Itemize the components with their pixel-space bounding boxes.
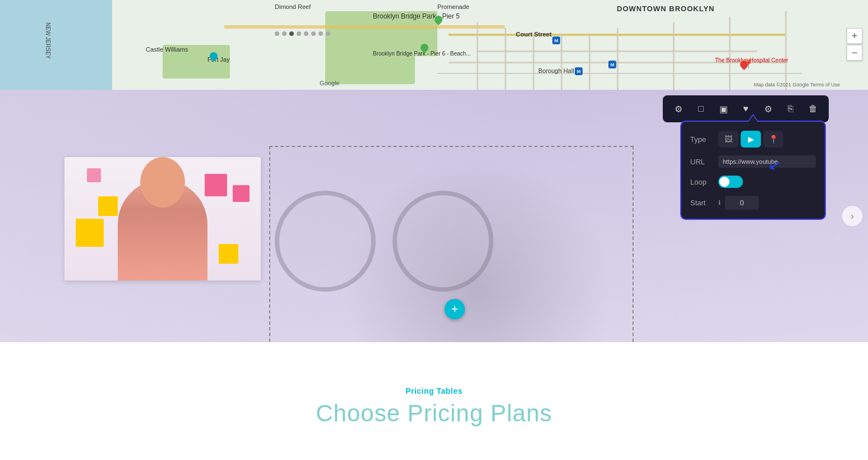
map-dot-5: [304, 31, 308, 36]
url-label: URL: [690, 158, 718, 166]
photo-card-image: [64, 157, 261, 280]
popup-url-row: URL: [690, 155, 816, 168]
map-label-court: Court Street: [516, 31, 552, 38]
toolbar: ⚙ □ ▣ ♥ ⚙ ⎘ 🗑: [663, 95, 829, 122]
sticky-note-3: [98, 196, 118, 216]
map-label-bbp6: Brooklyn Bridge Park - Pier 6 - Beach...: [373, 50, 471, 57]
pricing-section-label: Pricing Tables: [405, 387, 463, 395]
map-road-h1: [224, 25, 505, 29]
map-dot-8: [326, 31, 330, 36]
map-water: [0, 0, 112, 90]
next-slide-button[interactable]: ›: [842, 206, 862, 226]
add-content-button[interactable]: +: [445, 299, 465, 319]
map-metro-m1: M: [552, 36, 560, 44]
toolbar-config-icon[interactable]: ⚙: [758, 99, 778, 119]
map-road-v4: [561, 34, 562, 90]
map-road-v3: [533, 34, 534, 90]
sticky-note-1: [205, 174, 227, 196]
map-zoom-out-button[interactable]: −: [847, 45, 862, 61]
start-label: Start: [690, 199, 718, 207]
pricing-title: Choose Pricing Plans: [316, 400, 552, 427]
map-label-bbp5: Brooklyn Bridge Park - Pier 5: [373, 12, 460, 20]
map-carousel-dots: [275, 31, 330, 36]
start-info-icon: ℹ: [718, 199, 721, 206]
toolbar-copy-icon[interactable]: ⎘: [781, 99, 801, 119]
sticky-note-4: [233, 185, 250, 202]
map-dot-6: [311, 31, 316, 36]
sticky-note-5: [87, 168, 101, 182]
toolbar-layout-icon[interactable]: □: [691, 99, 711, 119]
map-road-v8: [729, 17, 731, 90]
map-label-castle: Castle Williams: [146, 46, 188, 53]
map-road-v5: [589, 34, 590, 90]
map-road-v7: [673, 22, 675, 90]
loop-label: Loop: [690, 178, 718, 186]
map-dot-7: [318, 31, 323, 36]
map-label-promenade: Promenade: [437, 3, 469, 10]
loop-toggle[interactable]: [718, 176, 743, 188]
glasses-right: [393, 191, 493, 292]
popup-arrow-inner: [748, 116, 758, 122]
type-video-button[interactable]: ▶: [741, 131, 761, 148]
type-label: Type: [690, 135, 718, 144]
person-body: [118, 180, 207, 280]
map-dot-3: [289, 31, 294, 36]
map-road-v6: [617, 28, 618, 90]
map-label-downtown: DOWNTOWN BROOKLYN: [617, 4, 714, 13]
start-input[interactable]: [725, 196, 759, 210]
type-image-button[interactable]: 🖼: [718, 131, 738, 148]
photo-card: [64, 157, 261, 280]
map-zoom-controls: + −: [847, 28, 862, 61]
toggle-track: [718, 176, 743, 188]
sticky-note-2: [76, 219, 104, 247]
map-metro-m3: M: [608, 61, 616, 68]
person-head: [140, 157, 185, 208]
map-metro-m2: M: [575, 67, 583, 75]
popup-type-row: Type 🖼 ▶ 📍: [690, 131, 816, 148]
toggle-knob: [719, 177, 730, 187]
toolbar-grid-icon[interactable]: ▣: [713, 99, 733, 119]
google-logo: Google: [320, 80, 339, 86]
type-buttons: 🖼 ▶ 📍: [718, 131, 816, 148]
bottom-section: Pricing Tables Choose Pricing Plans: [0, 342, 868, 460]
map-road-v9: [785, 11, 787, 90]
toolbar-delete-icon[interactable]: 🗑: [803, 99, 823, 119]
map-pin-hospital-icon: 📍: [743, 59, 754, 70]
blue-arrow-indicator: ↙: [767, 154, 782, 174]
map-dot-2: [282, 31, 287, 36]
toolbar-settings-icon[interactable]: ⚙: [668, 99, 689, 119]
popup-start-row: Start ℹ: [690, 196, 816, 210]
map-section: NEW JERSEY Castle Williams Brooklyn Brid…: [0, 0, 868, 90]
map-label-borough-hall: Borough Hall: [538, 67, 574, 74]
media-popup-panel: ↙ Type 🖼 ▶ 📍 URL Loop Start: [680, 121, 826, 220]
map-dot-4: [297, 31, 301, 36]
map-dot-1: [275, 31, 279, 36]
map-road-v1: [477, 22, 478, 90]
map-road-v2: [505, 28, 506, 90]
glasses-left: [275, 191, 376, 292]
type-location-button[interactable]: 📍: [763, 131, 783, 148]
map-copyright: Map data ©2021 Google Terms of Use: [754, 82, 840, 88]
map-zoom-in-button[interactable]: +: [847, 28, 862, 44]
popup-loop-row: Loop: [690, 176, 816, 188]
middle-section: + › ⚙ □ ▣ ♥ ⚙ ⎘ 🗑 ↙ Type 🖼 ▶ 📍 URL: [0, 90, 868, 342]
sticky-note-6: [219, 244, 238, 264]
map-label-nj: NEW JERSEY: [45, 22, 51, 59]
map-label-dimond: Dimond Reef: [275, 3, 311, 10]
url-input[interactable]: [718, 155, 816, 168]
map-road-h5: [437, 73, 802, 74]
